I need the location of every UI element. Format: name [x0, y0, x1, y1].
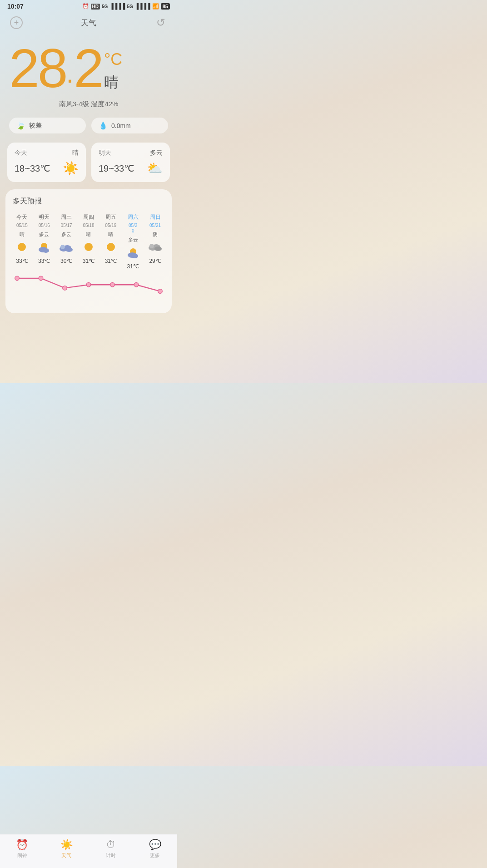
- chart-dot-2: [63, 286, 67, 291]
- today-card: 今天 晴 18~33℃ ☀️: [7, 143, 86, 182]
- rainfall-pill: 💧 0.0mm: [91, 118, 168, 133]
- svg-point-9: [107, 243, 115, 251]
- tomorrow-weather-icon: ⛅: [147, 161, 163, 176]
- status-time: 10:07: [7, 3, 24, 10]
- temperature-decimal: 2: [74, 41, 102, 95]
- day-name-6: 周日: [150, 213, 161, 221]
- add-icon: +: [10, 16, 23, 29]
- daily-forecast-cards: 今天 晴 18~33℃ ☀️ 明天 多云 19~33℃ ⛅: [0, 143, 177, 189]
- temperature-decimal-dot: .: [66, 60, 74, 87]
- day-name-5: 周六: [128, 213, 139, 221]
- air-quality-pill: 🍃 较差: [9, 118, 86, 133]
- today-card-body: 18~33℃ ☀️: [15, 161, 79, 176]
- day-temp-1: 33℃: [38, 258, 50, 264]
- wind-humidity-info: 南风3-4级 湿度42%: [0, 100, 177, 116]
- today-label: 今天: [15, 149, 27, 157]
- day-date-6: 05/21: [149, 223, 161, 228]
- day-name-3: 周四: [83, 213, 94, 221]
- day-name-2: 周三: [61, 213, 72, 221]
- day-icon-6: [148, 241, 163, 255]
- day-col-2: 周三05/17多云 30℃: [55, 213, 78, 270]
- day-icon-2: [59, 241, 74, 255]
- day-name-0: 今天: [16, 213, 27, 221]
- day-temp-3: 31℃: [83, 258, 94, 264]
- day-col-1: 明天05/16多云 33℃: [33, 213, 55, 270]
- day-temp-5: 31℃: [127, 263, 139, 270]
- svg-point-15: [154, 247, 162, 251]
- weather-pills: 🍃 较差 💧 0.0mm: [0, 116, 177, 143]
- status-bar: 10:07 ⏰ HD 5G ▐▐▐▐ 5G ▐▐▐▐ 📶 85: [0, 0, 177, 12]
- day-name-4: 周五: [105, 213, 116, 221]
- tomorrow-weather-label: 多云: [150, 149, 163, 157]
- refresh-button[interactable]: ↻: [154, 15, 168, 30]
- tomorrow-card-body: 19~33℃ ⛅: [99, 161, 163, 176]
- day-name-1: 明天: [39, 213, 50, 221]
- svg-point-12: [132, 254, 138, 258]
- today-temp-range: 18~33℃: [15, 163, 50, 174]
- air-quality-value: 较差: [29, 122, 42, 130]
- temperature-value: 28: [9, 41, 66, 95]
- today-weather-icon: ☀️: [63, 161, 79, 176]
- day-date-1: 05/16: [39, 223, 50, 228]
- svg-point-7: [60, 245, 65, 249]
- rainfall-value: 0.0mm: [111, 122, 131, 129]
- day-icon-1: [37, 241, 51, 255]
- wifi-icon: 📶: [152, 3, 159, 10]
- day-col-0: 今天05/15晴33℃: [11, 213, 33, 270]
- temperature-chart: [11, 270, 166, 304]
- add-button[interactable]: +: [9, 15, 24, 30]
- signal-bars-2: ▐▐▐▐: [135, 3, 150, 10]
- day-date-0: 05/15: [16, 223, 28, 228]
- clock-icon: ⏰: [82, 3, 89, 10]
- day-temp-2: 30℃: [60, 258, 72, 264]
- temp-line-chart: [13, 273, 164, 301]
- day-icon-3: [82, 241, 95, 255]
- chart-dot-5: [134, 282, 139, 287]
- day-date-3: 05/18: [83, 223, 94, 228]
- rain-icon: 💧: [99, 121, 108, 130]
- day-col-5: 周六05/20多云 31℃: [122, 213, 144, 270]
- temperature-display: 28 . 2 °C 晴: [0, 32, 177, 100]
- day-temp-4: 31℃: [105, 258, 117, 264]
- svg-point-8: [84, 243, 93, 251]
- svg-point-16: [149, 244, 154, 248]
- svg-point-0: [18, 243, 26, 251]
- day-date-4: 05/19: [105, 223, 116, 228]
- today-weather-label: 晴: [72, 149, 79, 157]
- multiday-title: 多天预报: [11, 197, 166, 206]
- svg-point-3: [43, 248, 49, 253]
- signal-5g-2: 5G: [127, 4, 133, 9]
- hd-badge: HD: [91, 4, 100, 10]
- battery-indicator: 85: [161, 3, 170, 10]
- temperature-unit: °C: [104, 50, 122, 69]
- day-temp-0: 33℃: [16, 258, 28, 264]
- day-weather-4: 晴: [108, 231, 113, 238]
- day-col-6: 周日05/21阴 29℃: [144, 213, 166, 270]
- day-weather-0: 晴: [20, 231, 25, 238]
- tomorrow-temp-range: 19~33℃: [99, 163, 134, 174]
- multiday-forecast: 多天预报 今天05/15晴33℃明天05/16多云 33℃周三05/17多云 3…: [5, 189, 172, 313]
- day-col-3: 周四05/18晴31℃: [78, 213, 100, 270]
- signal-bars-1: ▐▐▐▐: [109, 3, 125, 10]
- leaf-icon: 🍃: [16, 121, 25, 130]
- chart-dot-3: [86, 282, 91, 287]
- day-weather-2: 多云: [61, 231, 71, 238]
- tomorrow-card: 明天 多云 19~33℃ ⛅: [91, 143, 170, 182]
- day-weather-6: 阴: [153, 231, 158, 238]
- svg-point-6: [65, 247, 73, 252]
- header: + 天气 ↻: [0, 12, 177, 32]
- day-col-4: 周五05/19晴31℃: [99, 213, 122, 270]
- today-card-header: 今天 晴: [15, 149, 79, 157]
- chart-dot-1: [39, 276, 43, 281]
- day-temp-6: 29℃: [149, 258, 161, 264]
- chart-dot-6: [158, 289, 163, 294]
- refresh-icon: ↻: [156, 16, 165, 29]
- day-icon-4: [104, 241, 117, 255]
- unit-weather-group: °C 晴: [104, 41, 122, 93]
- signal-5g-1: 5G: [102, 4, 108, 9]
- day-date-2: 05/17: [61, 223, 72, 228]
- status-icons: ⏰ HD 5G ▐▐▐▐ 5G ▐▐▐▐ 📶 85: [82, 3, 170, 10]
- day-weather-1: 多云: [39, 231, 49, 238]
- weather-description: 晴: [104, 73, 119, 93]
- day-icon-0: [15, 241, 28, 255]
